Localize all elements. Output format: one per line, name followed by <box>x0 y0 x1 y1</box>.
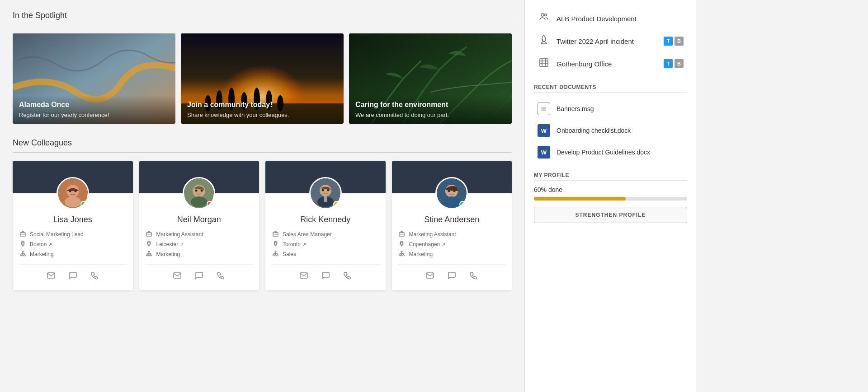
info-location-text-3[interactable]: Copenhagen ↗ <box>409 241 446 247</box>
main-content: In the Spotlight <box>0 0 524 392</box>
info-location-2: Toronto ↗ <box>272 241 379 248</box>
org-icon-3 <box>398 251 406 258</box>
colleague-name-1: Neil Morgan <box>146 215 253 224</box>
svg-point-52 <box>448 190 450 192</box>
colleague-card-0: Lisa Jones Social Marketing Lead <box>13 161 133 290</box>
spotlight-card-1[interactable]: Alameda Once Register for our yearly con… <box>13 33 175 124</box>
briefcase-icon-0 <box>19 231 26 238</box>
progress-bar-fill <box>534 197 626 201</box>
email-doc-icon: ✉ <box>538 103 550 115</box>
svg-point-40 <box>321 189 324 191</box>
spotlight-grid: Alameda Once Register for our yearly con… <box>13 33 512 124</box>
ext-icon-0: ↗ <box>48 242 52 247</box>
svg-rect-22 <box>24 255 25 256</box>
info-role-2: Sales Area Manager <box>272 231 379 238</box>
my-profile-group: My Profile 60% done STRENGTHEN PROFILE <box>534 172 687 223</box>
colleague-info-0: Social Marketing Lead Boston ↗ <box>19 231 127 258</box>
gothenburg-badges: T B <box>664 59 684 68</box>
phone-action-2[interactable] <box>341 269 354 284</box>
spotlight-card-2-heading: Join a community today! <box>187 101 337 109</box>
svg-rect-19 <box>22 251 24 252</box>
svg-rect-44 <box>275 251 276 252</box>
strengthen-profile-button[interactable]: STRENGTHEN PROFILE <box>534 207 687 223</box>
status-dot-3 <box>459 201 466 207</box>
svg-rect-56 <box>401 251 402 252</box>
colleague-header-2 <box>265 161 386 193</box>
chat-action-0[interactable] <box>66 269 79 284</box>
email-action-1[interactable] <box>171 269 184 284</box>
svg-point-62 <box>545 14 547 16</box>
phone-action-0[interactable] <box>88 269 101 284</box>
info-role-text-0: Social Marketing Lead <box>30 231 84 238</box>
info-location-text-0[interactable]: Boston ↗ <box>30 241 52 247</box>
info-dept-text-1: Marketing <box>156 251 180 257</box>
colleague-card-2: Rick Kennedy Sales Area Manager <box>265 161 386 290</box>
svg-point-15 <box>69 190 71 192</box>
group-icon <box>538 12 550 25</box>
svg-point-61 <box>541 14 544 16</box>
spotlight-card-1-desc: Register for our yearly conference! <box>19 112 169 118</box>
avatar-wrapper-0 <box>57 177 89 210</box>
colleague-name-2: Rick Kennedy <box>272 215 379 224</box>
sidebar-item-gothenburg[interactable]: Gothenburg Office T B <box>534 52 687 75</box>
chat-action-1[interactable] <box>193 269 205 284</box>
colleague-card-1: Neil Morgan Marketing Assistant <box>139 161 259 290</box>
svg-point-30 <box>148 242 150 244</box>
spotlight-title: In the Spotlight <box>13 11 512 20</box>
badge-t2: T <box>664 59 673 68</box>
chat-action-2[interactable] <box>319 269 332 284</box>
colleague-header-0 <box>13 161 133 193</box>
chat-action-3[interactable] <box>445 269 458 284</box>
colleagues-grid: Lisa Jones Social Marketing Lead <box>13 161 512 290</box>
info-dept-2: Sales <box>272 251 379 258</box>
colleague-actions-1 <box>146 264 253 284</box>
spotlight-card-2[interactable]: Join a community today! Share knowledge … <box>181 33 344 124</box>
avatar-0 <box>57 177 89 210</box>
sidebar-alb-label: ALB Product Development <box>557 15 637 23</box>
spotlight-card-3-overlay: Caring for the environment We are commit… <box>349 95 512 124</box>
email-action-2[interactable] <box>297 269 310 284</box>
info-location-text-1[interactable]: Leicester ↗ <box>156 241 184 247</box>
phone-action-3[interactable] <box>467 269 480 284</box>
email-action-0[interactable] <box>45 269 57 284</box>
svg-rect-48 <box>300 273 307 278</box>
ext-icon-2: ↗ <box>302 242 306 247</box>
info-dept-1: Marketing <box>146 251 253 258</box>
info-dept-3: Marketing <box>398 251 506 258</box>
svg-point-27 <box>195 190 198 192</box>
spotlight-card-3[interactable]: Caring for the environment We are commit… <box>349 33 512 124</box>
info-location-text-2[interactable]: Toronto ↗ <box>283 241 306 247</box>
svg-point-26 <box>191 196 207 207</box>
sidebar-twitter-label: Twitter 2022 April incident <box>557 37 634 45</box>
doc-item-onboarding[interactable]: W Onboarding checklist.docx <box>534 120 687 141</box>
progress-bar-bg <box>534 197 687 201</box>
status-dot-0 <box>80 201 87 207</box>
sidebar-workspace-group: ALB Product Development Twitter 2022 Apr… <box>534 7 687 75</box>
briefcase-icon-3 <box>398 231 406 238</box>
location-icon-0 <box>19 241 26 248</box>
info-role-text-2: Sales Area Manager <box>283 231 332 238</box>
spotlight-card-2-overlay: Join a community today! Share knowledge … <box>181 95 344 124</box>
phone-action-1[interactable] <box>214 269 227 284</box>
svg-point-43 <box>274 242 277 244</box>
svg-point-55 <box>401 242 403 244</box>
svg-rect-46 <box>275 255 276 256</box>
doc-item-banners[interactable]: ✉ Banners.msg <box>534 98 687 120</box>
info-role-1: Marketing Assistant <box>146 231 253 238</box>
sidebar-item-alb[interactable]: ALB Product Development <box>534 7 687 30</box>
sidebar-item-twitter[interactable]: Twitter 2022 April incident T B <box>534 30 687 52</box>
profile-divider <box>534 180 687 181</box>
svg-rect-57 <box>399 255 401 256</box>
info-location-3: Copenhagen ↗ <box>398 241 506 248</box>
email-action-3[interactable] <box>424 269 436 284</box>
colleague-name-0: Lisa Jones <box>19 215 127 224</box>
avatar-2 <box>309 177 342 210</box>
svg-rect-31 <box>148 251 150 252</box>
colleague-actions-0 <box>19 264 127 284</box>
svg-rect-47 <box>277 255 278 256</box>
recent-docs-title: Recent Documents <box>534 84 687 90</box>
avatar-wrapper-3 <box>435 177 468 210</box>
avatar-wrapper-1 <box>183 177 215 210</box>
spotlight-card-3-heading: Caring for the environment <box>355 101 505 109</box>
doc-item-guidelines[interactable]: W Develop Product Guidelines.docx <box>534 141 687 163</box>
